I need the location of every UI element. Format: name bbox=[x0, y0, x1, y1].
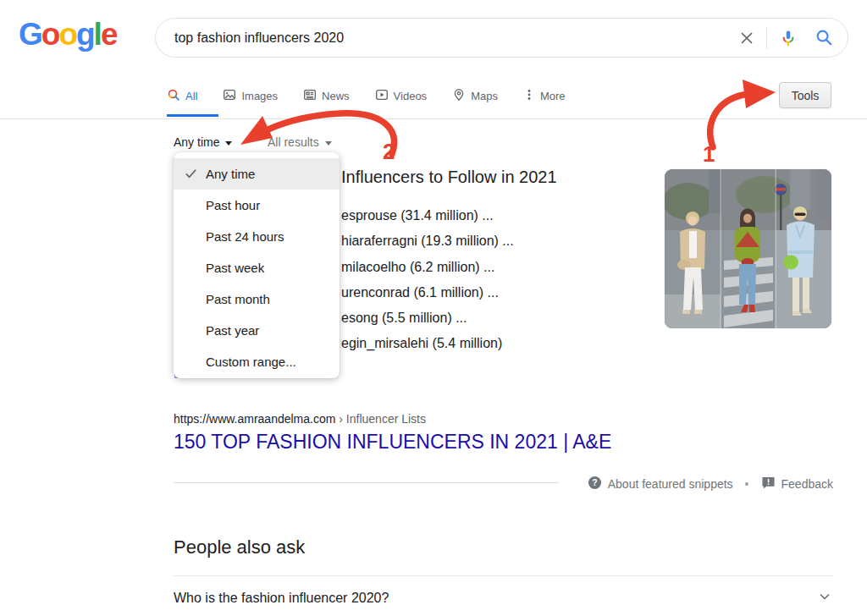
snippet-line: egin_mirsalehi (5.4 million) bbox=[341, 335, 654, 352]
tools-button[interactable]: Tools bbox=[779, 82, 831, 108]
snippet-line: urenconrad (6.1 million) ... bbox=[341, 284, 654, 301]
help-icon: ? bbox=[588, 476, 602, 492]
question-text: Who is the fashion influencer 2020? bbox=[174, 591, 389, 606]
microphone-icon[interactable] bbox=[779, 29, 798, 47]
street-style-photo bbox=[665, 169, 831, 328]
feedback-label: Feedback bbox=[781, 477, 833, 491]
menu-item-any-time[interactable]: Any time bbox=[174, 158, 340, 190]
fashion-influencers-thumbnail[interactable] bbox=[665, 169, 831, 328]
chevron-down-icon[interactable] bbox=[816, 588, 833, 608]
maps-icon bbox=[452, 88, 466, 104]
about-featured-snippets-link[interactable]: ? About featured snippets bbox=[588, 476, 733, 492]
result-title-link[interactable]: 150 TOP FASHION INFLUENCERS IN 2021 | A&… bbox=[174, 431, 611, 454]
tab-videos[interactable]: Videos bbox=[375, 84, 428, 107]
more-icon bbox=[523, 88, 535, 104]
time-filter-dropdown[interactable]: Any time bbox=[174, 135, 232, 150]
news-icon bbox=[303, 88, 317, 104]
snippet-line: esong (5.5 million) ... bbox=[341, 310, 654, 327]
snippet-heading-fragment: Influencers to Follow in 2021 bbox=[341, 168, 557, 187]
tab-label: All bbox=[185, 90, 197, 102]
snippet-line: esprouse (31.4 million) ... bbox=[341, 207, 654, 224]
results-filter-label: All results bbox=[268, 135, 319, 149]
menu-item-label: Past year bbox=[206, 323, 259, 338]
tab-label: Maps bbox=[471, 90, 498, 102]
clear-search-icon[interactable] bbox=[737, 29, 756, 47]
header-divider bbox=[0, 118, 867, 119]
results-filter-dropdown[interactable]: All results bbox=[268, 135, 332, 150]
tab-label: More bbox=[540, 90, 566, 102]
about-featured-snippets-label: About featured snippets bbox=[608, 477, 733, 491]
tab-label: News bbox=[322, 90, 350, 102]
chevron-down-icon bbox=[225, 141, 232, 146]
snippet-list: esprouse (31.4 million) ... hiaraferragn… bbox=[341, 207, 654, 361]
chevron-down-icon bbox=[325, 141, 332, 146]
search-input[interactable] bbox=[174, 30, 737, 46]
menu-item-label: Custom range... bbox=[206, 355, 296, 369]
menu-item-past-24-hours[interactable]: Past 24 hours bbox=[174, 221, 340, 252]
search-bar bbox=[155, 18, 848, 58]
menu-item-past-year[interactable]: Past year bbox=[174, 315, 340, 346]
logo-letter: G bbox=[19, 17, 41, 52]
result-url[interactable]: https://www.amraandelma.com › Influencer… bbox=[174, 412, 426, 426]
feedback-link[interactable]: Feedback bbox=[761, 476, 833, 492]
images-icon bbox=[223, 88, 236, 104]
menu-item-past-month[interactable]: Past month bbox=[174, 283, 340, 315]
tab-all[interactable]: All bbox=[167, 84, 197, 107]
google-logo[interactable]: Google bbox=[19, 17, 116, 52]
time-range-dropdown-menu: Any time Past hour Past 24 hours Past we… bbox=[174, 152, 340, 378]
menu-item-label: Past 24 hours bbox=[206, 229, 284, 244]
search-bar-divider bbox=[766, 27, 767, 49]
google-search-page: Google bbox=[0, 0, 867, 616]
tab-images[interactable]: Images bbox=[223, 84, 278, 107]
tab-more[interactable]: More bbox=[523, 84, 566, 107]
videos-icon bbox=[375, 88, 389, 104]
menu-item-label: Past week bbox=[206, 261, 264, 275]
time-filter-label: Any time bbox=[174, 135, 219, 149]
snippet-line: milacoelho (6.2 million) ... bbox=[341, 259, 654, 276]
menu-item-label: Past hour bbox=[206, 198, 260, 212]
result-domain: https://www.amraandelma.com bbox=[174, 412, 335, 426]
people-also-ask-divider bbox=[174, 575, 833, 576]
snippet-footer: ? About featured snippets • Feedback bbox=[588, 476, 833, 492]
logo-letter: g bbox=[76, 17, 94, 52]
search-icon bbox=[167, 88, 180, 104]
annotation-step-1: 1 bbox=[703, 141, 715, 168]
tab-label: Images bbox=[241, 90, 278, 102]
result-breadcrumb: › Influencer Lists bbox=[339, 412, 426, 426]
menu-item-past-week[interactable]: Past week bbox=[174, 252, 340, 283]
active-tab-underline bbox=[167, 114, 218, 117]
separator-dot: • bbox=[745, 477, 749, 491]
svg-text:?: ? bbox=[592, 478, 597, 487]
search-submit-icon[interactable] bbox=[815, 28, 834, 47]
menu-item-past-hour[interactable]: Past hour bbox=[174, 190, 340, 221]
logo-letter: o bbox=[58, 17, 76, 52]
snippet-line: hiaraferragni (19.3 million) ... bbox=[341, 233, 654, 250]
logo-letter: e bbox=[101, 17, 117, 52]
menu-item-label: Past month bbox=[206, 292, 270, 306]
tab-maps[interactable]: Maps bbox=[452, 84, 498, 107]
people-also-ask-question[interactable]: Who is the fashion influencer 2020? bbox=[174, 586, 833, 611]
menu-item-custom-range[interactable]: Custom range... bbox=[174, 346, 340, 377]
tab-label: Videos bbox=[394, 90, 428, 102]
annotation-step-2: 2 bbox=[383, 139, 395, 165]
feedback-icon bbox=[761, 476, 776, 492]
people-also-ask-heading: People also ask bbox=[174, 536, 305, 558]
menu-item-label: Any time bbox=[206, 167, 255, 181]
logo-letter: l bbox=[94, 17, 101, 52]
tab-news[interactable]: News bbox=[303, 84, 350, 107]
checkmark-icon bbox=[184, 167, 198, 184]
snippet-footer-divider bbox=[174, 482, 559, 483]
logo-letter: o bbox=[41, 17, 59, 52]
search-tabs: All Images News bbox=[167, 84, 566, 107]
